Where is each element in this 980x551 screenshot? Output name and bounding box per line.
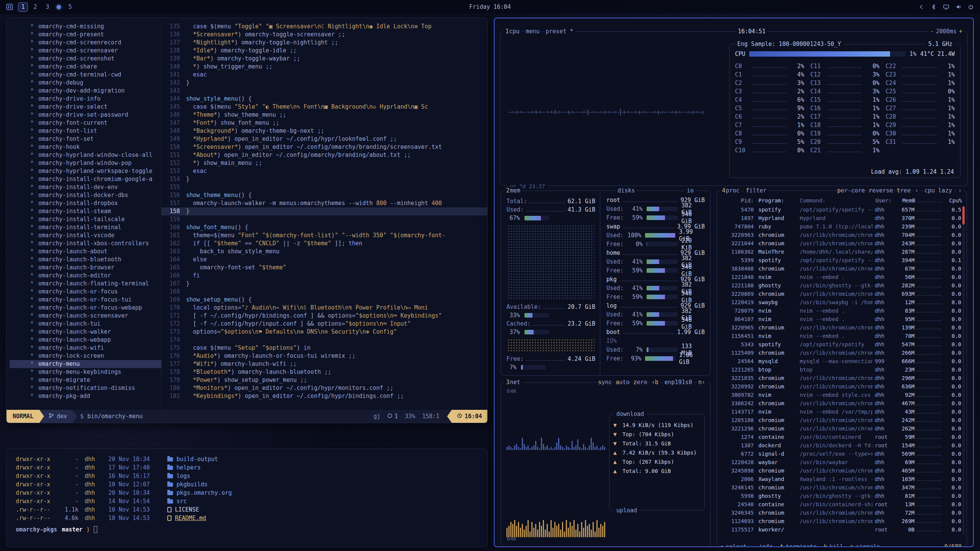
process-row[interactable]: 1143717nvimnvim --embed /var/tmp/pdhh43M… bbox=[722, 408, 961, 416]
sort-column[interactable]: cpu lazy bbox=[923, 187, 954, 194]
process-row[interactable]: 864107nvimnvim --embed .dhh95M0.0 bbox=[722, 315, 961, 323]
code-line[interactable]: 145 case $(menu "Style" "◐ Theme\n✎ Font… bbox=[162, 103, 487, 111]
code-line[interactable]: 158} bbox=[162, 207, 487, 215]
file-item[interactable]: *omarchy-hyprland-window-close-all bbox=[30, 151, 161, 159]
proc-action-signals[interactable]: ssignals bbox=[850, 543, 880, 547]
process-row[interactable]: 1307dockerd/usr/bin/dockerd -H fd:root15… bbox=[722, 441, 961, 450]
process-row[interactable]: 1175517kworker/root0B0.0 bbox=[722, 525, 961, 534]
process-row[interactable]: 1220428waybar/usr/bin/waybardhh69M0.0 bbox=[722, 458, 961, 466]
code-line[interactable]: 180 *Monitors*) open_in_editor ~/.config… bbox=[162, 384, 487, 392]
process-row[interactable]: 3386242chromium/usr/lib/chromium/chromdh… bbox=[722, 399, 961, 408]
scrollbar-thumb[interactable] bbox=[962, 206, 965, 225]
file-item[interactable]: *omarchy-launch-tui bbox=[30, 320, 161, 328]
code-line[interactable]: 169show_setup_menu() { bbox=[162, 296, 487, 304]
process-row[interactable]: 24540containe/usr/bin/containerd-shiroot… bbox=[722, 500, 961, 509]
process-row[interactable]: 728079nvimnvim --embed .dhh83M0.0 bbox=[722, 306, 961, 315]
file-item[interactable]: *omarchy-cmd-screenshot bbox=[30, 55, 161, 63]
file-item[interactable]: *omarchy-install-docker-dbs bbox=[30, 191, 161, 199]
code-line[interactable]: 160show_font_menu() { bbox=[162, 223, 487, 231]
proc-option-reverse[interactable]: reverse bbox=[869, 187, 893, 194]
file-item[interactable]: *omarchy-launch-about bbox=[30, 248, 161, 256]
power-icon[interactable] bbox=[968, 4, 974, 10]
proc-action-select[interactable]: ↕select bbox=[720, 543, 746, 547]
net-toggle-sync[interactable]: sync bbox=[598, 378, 612, 386]
code-line[interactable]: 146 *Theme*) show_theme_menu ;; bbox=[162, 111, 487, 119]
file-item[interactable]: *omarchy-launch-bluetooth bbox=[30, 256, 161, 264]
file-item[interactable]: *omarchy-cmd-screensaver bbox=[30, 47, 161, 55]
file-item[interactable]: *omarchy-launch-editor bbox=[30, 272, 161, 280]
process-row[interactable]: 1205108chromium/usr/lib/chromium/chromdh… bbox=[722, 416, 961, 424]
code-line[interactable]: 155 bbox=[162, 183, 487, 191]
file-item[interactable]: *omarchy-font-current bbox=[30, 119, 161, 127]
process-row[interactable]: 1186302MainThre/home/dhh/.local/share/dh… bbox=[722, 248, 961, 256]
bluetooth-icon[interactable] bbox=[931, 4, 937, 10]
process-row[interactable]: 5998ghostty/usr/bin/ghostty --gtk-dhh81M… bbox=[722, 492, 961, 500]
process-row[interactable]: 3220965chromium/usr/lib/chromium/chromdh… bbox=[722, 323, 961, 332]
filter-button[interactable]: filter bbox=[744, 187, 768, 194]
code-line[interactable]: 173 options="$options\n⚑ Defaults\n≡ DNS… bbox=[162, 328, 487, 336]
file-item[interactable]: *omarchy-cmd-screenrecord bbox=[30, 39, 161, 47]
file-item[interactable]: *omarchy-launch-or-focus-webapp bbox=[30, 304, 161, 312]
process-row[interactable]: 1221265btopbtopdhh23M0.0 bbox=[722, 365, 961, 374]
proc-box-title[interactable]: 4proc bbox=[720, 187, 742, 194]
code-line[interactable]: 136 *Screensaver*) omarchy-toggle-screen… bbox=[162, 31, 487, 39]
iface-prev-button[interactable]: ‹b bbox=[650, 378, 660, 386]
proc-action-info[interactable]: ↵info bbox=[753, 543, 773, 547]
volume-icon[interactable] bbox=[956, 4, 962, 10]
chevron-left-icon[interactable] bbox=[918, 4, 924, 10]
file-item[interactable]: *omarchy-dev-add-migration bbox=[30, 87, 161, 95]
shell-prompt[interactable]: omarchy-pkgs master ) bbox=[16, 526, 478, 533]
code-line[interactable]: 143 bbox=[162, 87, 487, 95]
net-box-title[interactable]: 3net bbox=[504, 378, 522, 386]
proc-action-kill[interactable]: kkill bbox=[824, 543, 843, 547]
file-item[interactable]: *omarchy-drive-info bbox=[30, 95, 161, 103]
code-line[interactable]: 165 omarchy-font-set "$theme" bbox=[162, 264, 487, 272]
file-item[interactable]: *omarchy-launch-or-focus-tui bbox=[30, 296, 161, 304]
process-row[interactable]: 3809782nvimnvim --embed style.cssdhh92M0… bbox=[722, 391, 961, 399]
sort-next-button[interactable]: › bbox=[956, 187, 964, 194]
code-line[interactable]: 144show_style_menu() { bbox=[162, 95, 487, 103]
file-item[interactable]: *omarchy-migrate bbox=[30, 376, 161, 384]
file-item[interactable]: *omarchy-menu bbox=[10, 360, 161, 368]
process-row[interactable]: 1124693chromium/usr/lib/chromium/chromdh… bbox=[722, 517, 961, 525]
code-line[interactable]: 171 [ -f ~/.config/hypr/bindings.conf ] … bbox=[162, 312, 487, 320]
proc-header-user[interactable]: User: bbox=[873, 197, 892, 204]
file-item[interactable]: *omarchy-install-terminal bbox=[30, 223, 161, 231]
code-line[interactable]: 166 fi bbox=[162, 272, 487, 280]
clock[interactable]: Friday 16:04 bbox=[469, 3, 511, 10]
process-row[interactable]: 1221848nvimnvim --embed .dhh56M0.0 bbox=[722, 273, 961, 281]
file-item[interactable]: *omarchy-install-vscode bbox=[30, 231, 161, 240]
code-line[interactable]: 139 *Bar*) omarchy-toggle-waybar ;; bbox=[162, 55, 487, 63]
process-row[interactable]: 3220963chromium/usr/lib/chromium/chromdh… bbox=[722, 231, 961, 239]
file-item[interactable]: *omarchy-hyprland-workspace-toggle bbox=[30, 167, 161, 175]
file-item[interactable]: *omarchy-font-set bbox=[30, 135, 161, 143]
refresh-rate-control[interactable]: -2000ms+ bbox=[928, 28, 964, 35]
file-item[interactable]: *omarchy-launch-walker bbox=[30, 328, 161, 336]
code-line[interactable]: 141 esac bbox=[162, 71, 487, 79]
process-row[interactable]: 3245898chromium/usr/lib/chromium/chromdh… bbox=[722, 466, 961, 475]
code-line[interactable]: 142} bbox=[162, 79, 487, 87]
process-row[interactable]: 5343spotify/opt/spotify/spotifydhh547M0.… bbox=[722, 340, 961, 349]
code-line[interactable]: 137 *Nightlight*) omarchy-toggle-nightli… bbox=[162, 39, 487, 47]
file-item[interactable]: *omarchy-pkg-add bbox=[30, 392, 161, 400]
code-line[interactable]: 135 case $(menu "Toggle" "▣ Screensaver\… bbox=[162, 23, 487, 31]
code-line[interactable]: 164 else bbox=[162, 256, 487, 264]
file-item[interactable]: *omarchy-launch-wifi bbox=[30, 344, 161, 352]
code-line[interactable]: 140 *) show_trigger_menu ;; bbox=[162, 63, 487, 71]
process-row[interactable]: 5470spotify/opt/spotify/spotify --dhh657… bbox=[722, 205, 961, 214]
iface-next-button[interactable]: n› bbox=[696, 378, 707, 386]
workspace-3[interactable]: 3 bbox=[42, 2, 52, 12]
proc-header-cpu%[interactable]: Cpu% bbox=[944, 197, 962, 204]
code-line[interactable]: 161 theme=$(menu "Font" "$(omarchy-font-… bbox=[162, 231, 487, 240]
process-row[interactable]: 3221044chromium/usr/lib/chromium/chromdh… bbox=[722, 239, 961, 248]
process-row[interactable]: 1125409chromium/usr/lib/chromium/chromdh… bbox=[722, 349, 961, 357]
code-line[interactable]: 177 *Wifi*) omarchy-launch-wifi ;; bbox=[162, 360, 487, 368]
code-line[interactable]: 159 bbox=[162, 215, 487, 223]
process-scrollbar[interactable] bbox=[962, 206, 965, 535]
workspace-5[interactable]: 5 bbox=[65, 2, 75, 12]
process-row[interactable]: 1274containe/usr/bin/containerdroot59M0.… bbox=[722, 433, 961, 441]
net-toggle-zero[interactable]: zero bbox=[634, 378, 647, 386]
process-row[interactable]: 3221296chromium/usr/lib/chromium/chromdh… bbox=[722, 424, 961, 433]
launcher-icon[interactable] bbox=[6, 3, 13, 10]
process-row[interactable]: 3246345chromium/usr/lib/chromium/chromdh… bbox=[722, 509, 961, 517]
